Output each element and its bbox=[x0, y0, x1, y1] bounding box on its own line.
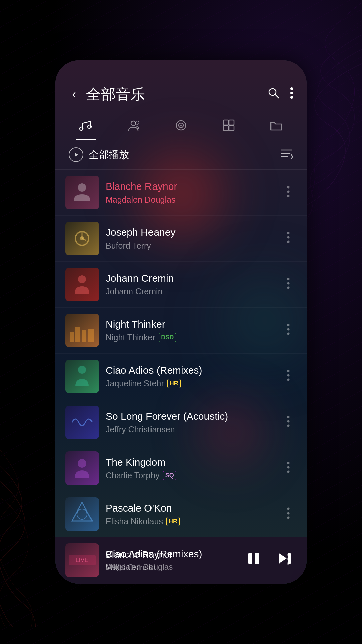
sort-icon[interactable] bbox=[280, 148, 293, 161]
svg-rect-14 bbox=[223, 126, 228, 131]
song-more-button[interactable] bbox=[283, 412, 293, 433]
song-artwork bbox=[65, 222, 99, 255]
song-more-button[interactable] bbox=[283, 228, 293, 249]
song-more-button[interactable] bbox=[283, 274, 293, 295]
svg-point-48 bbox=[287, 370, 290, 372]
svg-point-32 bbox=[287, 240, 290, 243]
song-more-button[interactable] bbox=[283, 182, 293, 203]
svg-point-11 bbox=[180, 125, 182, 126]
svg-point-63 bbox=[287, 507, 290, 510]
svg-point-45 bbox=[287, 332, 290, 335]
svg-point-44 bbox=[287, 328, 290, 330]
song-artist-row: Magdalen Douglas bbox=[106, 195, 277, 205]
song-item[interactable]: Ciao Adios (Remixes) Jaqueline Stehr HR bbox=[55, 354, 307, 399]
song-title: Ciao Adios (Remixes) bbox=[106, 548, 277, 560]
song-artwork: LIVE bbox=[65, 543, 99, 577]
song-item[interactable]: The Kingdom Charlie Torphy SQ bbox=[55, 445, 307, 491]
header: ‹ 全部音乐 bbox=[55, 60, 307, 111]
svg-point-54 bbox=[287, 424, 290, 427]
song-artwork bbox=[65, 451, 99, 485]
song-more-button[interactable] bbox=[283, 458, 293, 479]
song-info: Ciao Adios (Remixes) Willis Osinski bbox=[106, 548, 277, 572]
song-artist-row: Night Thinker DSD bbox=[106, 333, 277, 342]
more-options-icon[interactable] bbox=[290, 87, 293, 102]
svg-point-23 bbox=[287, 190, 290, 193]
song-list: Blanche Raynor Magdalen Douglas bbox=[55, 170, 307, 584]
svg-point-34 bbox=[78, 275, 86, 283]
svg-point-52 bbox=[287, 416, 290, 418]
song-artist: Elisha Nikolaus bbox=[106, 517, 163, 526]
song-item[interactable]: Joseph Heaney Buford Terry bbox=[55, 216, 307, 262]
song-item[interactable]: So Long Forever (Acoustic) Jeffry Christ… bbox=[55, 399, 307, 445]
song-more-button[interactable] bbox=[283, 550, 293, 571]
svg-point-49 bbox=[287, 374, 290, 376]
play-all-button[interactable]: 全部播放 bbox=[69, 147, 280, 162]
back-button[interactable]: ‹ bbox=[69, 84, 79, 105]
song-title: Johann Cremin bbox=[106, 273, 277, 284]
song-info: Blanche Raynor Magdalen Douglas bbox=[106, 181, 277, 205]
svg-point-3 bbox=[290, 92, 293, 94]
song-artwork bbox=[65, 360, 99, 393]
song-item[interactable]: Johann Cremin Johann Cremin bbox=[55, 262, 307, 308]
song-info: Pascale O'Kon Elisha Nikolaus HR bbox=[106, 502, 277, 526]
nav-tabs bbox=[55, 111, 307, 140]
song-artist: Magdalen Douglas bbox=[106, 195, 175, 205]
song-artist-row: Buford Terry bbox=[106, 241, 277, 251]
svg-point-53 bbox=[287, 420, 290, 422]
svg-rect-13 bbox=[229, 120, 234, 125]
song-item[interactable]: Night Thinker Night Thinker DSD bbox=[55, 308, 307, 354]
song-item[interactable]: Pascale O'Kon Elisha Nikolaus HR bbox=[55, 491, 307, 537]
tab-albums[interactable] bbox=[167, 115, 195, 140]
song-artist: Willis Osinski bbox=[106, 562, 155, 572]
song-item[interactable]: Blanche Raynor Magdalen Douglas bbox=[55, 170, 307, 216]
song-info: So Long Forever (Acoustic) Jeffry Christ… bbox=[106, 411, 277, 434]
song-artist: Charlie Torphy bbox=[106, 471, 160, 480]
svg-point-65 bbox=[287, 516, 290, 519]
svg-point-4 bbox=[290, 96, 293, 99]
song-artwork bbox=[65, 406, 99, 439]
play-all-bar: 全部播放 bbox=[55, 140, 307, 170]
svg-point-70 bbox=[287, 558, 290, 560]
play-circle-icon bbox=[69, 147, 83, 162]
song-title: Joseph Heaney bbox=[106, 227, 277, 238]
song-more-button[interactable] bbox=[283, 504, 293, 525]
search-icon[interactable] bbox=[267, 87, 280, 102]
song-artist-row: Charlie Torphy SQ bbox=[106, 471, 277, 480]
song-artist-row: Elisha Nikolaus HR bbox=[106, 517, 277, 526]
song-item[interactable]: LIVE Ciao Adios (Remixes) Willis Osinski bbox=[55, 537, 307, 583]
song-info: Night Thinker Night Thinker DSD bbox=[106, 319, 277, 342]
svg-rect-42 bbox=[88, 329, 94, 342]
song-title: So Long Forever (Acoustic) bbox=[106, 411, 277, 422]
svg-point-24 bbox=[287, 195, 290, 197]
quality-badge: DSD bbox=[159, 333, 176, 342]
svg-rect-51 bbox=[65, 406, 99, 439]
play-all-label: 全部播放 bbox=[89, 148, 129, 162]
tab-folders[interactable] bbox=[262, 115, 290, 140]
svg-point-30 bbox=[287, 232, 290, 234]
svg-rect-46 bbox=[65, 360, 99, 393]
svg-point-64 bbox=[287, 512, 290, 514]
svg-point-7 bbox=[131, 121, 136, 126]
song-artwork bbox=[65, 176, 99, 209]
song-title: Ciao Adios (Remixes) bbox=[106, 365, 277, 376]
tab-playlist[interactable] bbox=[215, 115, 243, 140]
svg-point-37 bbox=[287, 286, 290, 289]
svg-line-1 bbox=[275, 94, 279, 98]
svg-point-35 bbox=[287, 278, 290, 280]
song-artist: Johann Cremin bbox=[106, 287, 163, 297]
song-info: Joseph Heaney Buford Terry bbox=[106, 227, 277, 251]
song-more-button[interactable] bbox=[283, 366, 293, 387]
song-artwork bbox=[65, 497, 99, 531]
song-artist-row: Willis Osinski bbox=[106, 562, 277, 572]
svg-rect-20 bbox=[65, 176, 99, 209]
song-more-button[interactable] bbox=[283, 320, 293, 341]
song-title: Night Thinker bbox=[106, 319, 277, 330]
header-icons bbox=[267, 87, 293, 102]
svg-point-57 bbox=[287, 462, 290, 464]
tab-songs[interactable] bbox=[72, 115, 100, 140]
tab-artists[interactable] bbox=[119, 115, 147, 140]
song-info: Johann Cremin Johann Cremin bbox=[106, 273, 277, 297]
page-title: 全部音乐 bbox=[86, 85, 260, 104]
song-title: Pascale O'Kon bbox=[106, 502, 277, 514]
svg-rect-15 bbox=[229, 126, 234, 131]
